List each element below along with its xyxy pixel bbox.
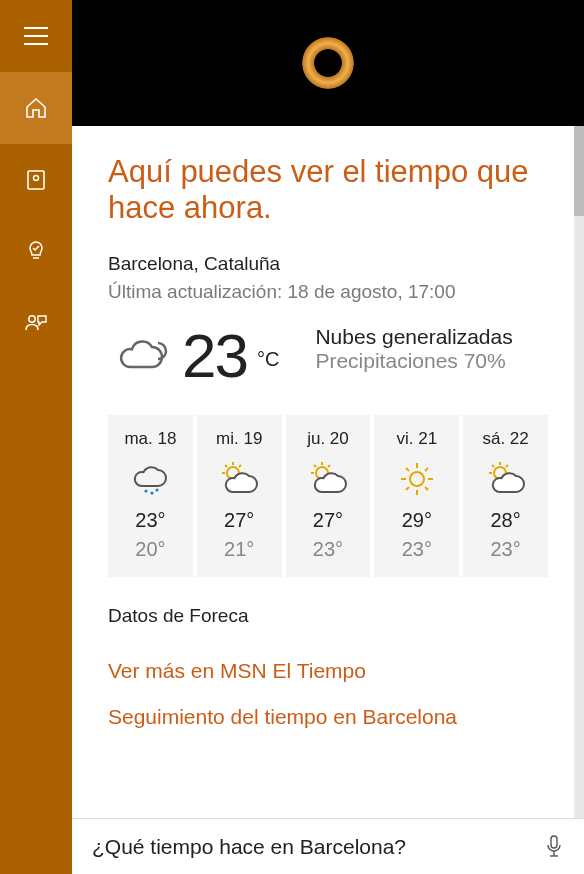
- main-panel: Aquí puedes ver el tiempo que hace ahora…: [72, 0, 584, 874]
- sidebar-home-button[interactable]: [0, 72, 72, 144]
- microphone-button[interactable]: [540, 835, 568, 859]
- forecast-day-label: ma. 18: [112, 429, 189, 449]
- sun-icon: [378, 459, 455, 499]
- cortana-ring-icon: [300, 35, 356, 91]
- forecast-low: 23°: [290, 538, 367, 561]
- cloud-icon: [108, 333, 172, 379]
- sidebar-tips-button[interactable]: [0, 216, 72, 288]
- forecast-low: 20°: [112, 538, 189, 561]
- forecast-day[interactable]: mi. 19 27° 21°: [197, 415, 282, 577]
- search-bar: [72, 818, 584, 874]
- scrollbar-thumb[interactable]: [574, 126, 584, 216]
- svg-line-28: [406, 487, 409, 490]
- svg-point-4: [34, 176, 39, 181]
- search-input[interactable]: [92, 835, 540, 859]
- sidebar-notebook-button[interactable]: [0, 144, 72, 216]
- precipitation-text: Precipitaciones 70%: [315, 349, 512, 373]
- forecast-low: 21°: [201, 538, 278, 561]
- hamburger-icon: [24, 27, 48, 45]
- forecast-high: 27°: [290, 509, 367, 532]
- response-heading: Aquí puedes ver el tiempo que hace ahora…: [108, 154, 548, 225]
- forecast-day[interactable]: ju. 20 27° 23°: [286, 415, 371, 577]
- svg-line-18: [314, 465, 316, 467]
- link-msn-weather[interactable]: Ver más en MSN El Tiempo: [108, 659, 548, 683]
- content-area: Aquí puedes ver el tiempo que hace ahora…: [72, 126, 584, 818]
- forecast-low: 23°: [467, 538, 544, 561]
- forecast-high: 28°: [467, 509, 544, 532]
- partly-sunny-icon: [467, 459, 544, 499]
- svg-line-13: [225, 465, 227, 467]
- last-updated-text: Última actualización: 18 de agosto, 17:0…: [108, 281, 548, 303]
- svg-rect-1: [24, 35, 48, 37]
- lightbulb-check-icon: [25, 240, 47, 264]
- forecast-day[interactable]: vi. 21 29° 23°: [374, 415, 459, 577]
- forecast-high: 27°: [201, 509, 278, 532]
- forecast-day-label: mi. 19: [201, 429, 278, 449]
- data-source-text: Datos de Foreca: [108, 605, 548, 627]
- partly-sunny-icon: [290, 459, 367, 499]
- forecast-high: 29°: [378, 509, 455, 532]
- svg-line-14: [239, 465, 241, 467]
- svg-point-7: [145, 490, 148, 493]
- notebook-icon: [25, 169, 47, 191]
- condition-text: Nubes generalizadas: [315, 325, 512, 349]
- svg-line-25: [406, 468, 409, 471]
- forecast-day-label: sá. 22: [467, 429, 544, 449]
- forecast-high: 23°: [112, 509, 189, 532]
- svg-rect-2: [24, 43, 48, 45]
- forecast-low: 23°: [378, 538, 455, 561]
- forecast-day-label: vi. 21: [378, 429, 455, 449]
- svg-line-33: [506, 465, 508, 467]
- forecast-day[interactable]: sá. 22 28° 23°: [463, 415, 548, 577]
- current-weather: 23 °C Nubes generalizadas Precipitacione…: [108, 325, 548, 387]
- sidebar: [0, 0, 72, 874]
- scrollbar[interactable]: [574, 126, 584, 818]
- svg-line-26: [425, 487, 428, 490]
- forecast-day[interactable]: ma. 18 23° 20°: [108, 415, 193, 577]
- temp-unit: °C: [257, 348, 279, 371]
- svg-line-32: [492, 465, 494, 467]
- svg-point-20: [410, 472, 424, 486]
- forecast-row: ma. 18 23° 20° mi. 19 27° 21° ju.: [108, 415, 548, 577]
- svg-line-19: [328, 465, 330, 467]
- home-icon: [24, 96, 48, 120]
- microphone-icon: [546, 835, 562, 859]
- location-text: Barcelona, Cataluña: [108, 253, 548, 275]
- svg-line-27: [425, 468, 428, 471]
- svg-point-6: [29, 316, 35, 322]
- svg-rect-34: [551, 836, 557, 848]
- svg-point-9: [156, 489, 159, 492]
- feedback-icon: [24, 312, 48, 336]
- svg-point-8: [151, 492, 154, 495]
- rain-icon: [112, 459, 189, 499]
- sidebar-feedback-button[interactable]: [0, 288, 72, 360]
- cortana-header: [72, 0, 584, 126]
- link-follow-weather[interactable]: Seguimiento del tiempo en Barcelona: [108, 705, 548, 729]
- partly-sunny-icon: [201, 459, 278, 499]
- current-temp: 23: [182, 325, 247, 387]
- hamburger-menu-button[interactable]: [0, 0, 72, 72]
- forecast-day-label: ju. 20: [290, 429, 367, 449]
- svg-rect-0: [24, 27, 48, 29]
